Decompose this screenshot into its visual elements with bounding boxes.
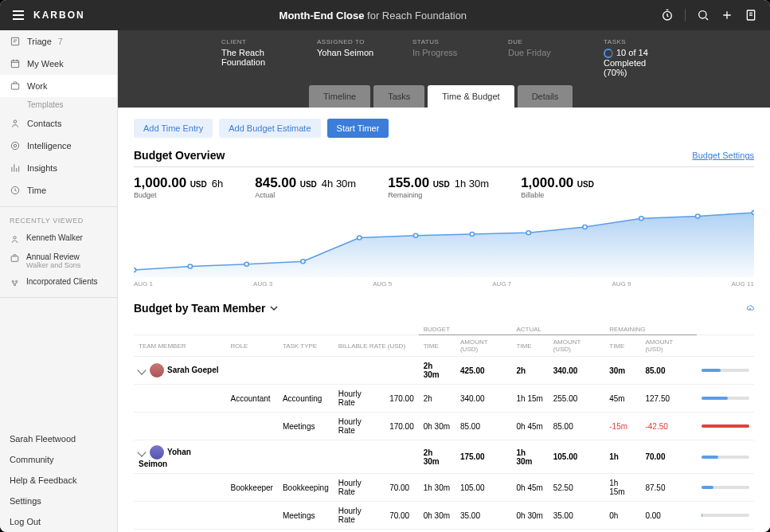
chevron-down-icon	[270, 304, 278, 312]
svg-point-18	[301, 260, 305, 264]
tab-time---budget[interactable]: Time & Budget	[428, 85, 514, 108]
svg-point-17	[244, 262, 248, 266]
svg-point-23	[583, 225, 587, 229]
main: CLIENTThe Reach Foundation ASSIGNED TOYo…	[118, 30, 770, 532]
svg-point-16	[188, 264, 192, 268]
svg-point-26	[752, 211, 754, 215]
sidebar-item-insights[interactable]: Insights	[0, 157, 117, 179]
recent-item[interactable]: Annual ReviewWalker and Sons	[0, 248, 117, 273]
page-title: Month-End Close for Reach Foundation	[85, 10, 661, 22]
chart-x-label: AUG 1	[134, 280, 153, 288]
team-row-detail: MeetingsHourly Rate70.000h 30m35.000h 30…	[134, 502, 754, 530]
stat-remaining: 155.00 USD1h 30mRemaining	[388, 175, 489, 199]
tab-details[interactable]: Details	[518, 85, 573, 108]
menu-icon[interactable]	[13, 10, 24, 20]
brand-logo: KARBON	[33, 10, 85, 21]
work-header: CLIENTThe Reach Foundation ASSIGNED TOYo…	[118, 30, 770, 108]
sidebar-item-my-week[interactable]: My Week	[0, 53, 117, 75]
budget-chart	[134, 205, 754, 277]
svg-point-20	[413, 233, 417, 237]
team-table: BUDGET ACTUAL REMAINING TEAM MEMBER ROLE…	[134, 323, 754, 532]
add-budget-button[interactable]: Add Budget Estimate	[219, 119, 320, 138]
search-icon[interactable]	[697, 9, 709, 22]
team-row-person[interactable]: Sarah Goepel2h 30m425.002h340.0030m85.00	[134, 357, 754, 385]
client-name: The Reach Foundation	[221, 48, 285, 67]
add-icon[interactable]	[721, 9, 733, 22]
footer-link-help---feedback[interactable]: Help & Feedback	[0, 470, 117, 491]
notes-icon[interactable]	[745, 9, 757, 22]
svg-point-24	[639, 217, 643, 221]
svg-point-10	[14, 237, 16, 239]
svg-point-8	[14, 144, 17, 147]
team-row-detail: BookkeeperBookkeepingHourly Rate70.001h …	[134, 474, 754, 502]
recent-header: RECENTLY VIEWED	[0, 212, 117, 229]
app-root: KARBON Month-End Close for Reach Foundat…	[0, 0, 770, 532]
stat-billable: 1,000.00 USDBillable	[521, 175, 599, 199]
svg-point-13	[16, 280, 18, 282]
svg-point-21	[470, 233, 474, 237]
chevron-down-icon	[137, 366, 146, 374]
assigned-to: Yohan Seimon	[317, 48, 381, 57]
status-value: In Progress	[412, 48, 476, 57]
footer-link-settings[interactable]: Settings	[0, 491, 117, 511]
svg-rect-5	[11, 84, 18, 89]
footer-link-community[interactable]: Community	[0, 449, 117, 470]
svg-rect-3	[11, 37, 18, 45]
svg-point-25	[695, 214, 699, 218]
recent-item[interactable]: Kenneth Walker	[0, 229, 117, 248]
add-time-button[interactable]: Add Time Entry	[134, 119, 213, 138]
due-value: Due Friday	[508, 48, 572, 57]
sidebar-item-work[interactable]: Work	[0, 75, 117, 97]
tab-timeline[interactable]: Timeline	[309, 85, 370, 108]
avatar	[150, 363, 164, 377]
svg-point-12	[12, 280, 14, 282]
chevron-down-icon	[137, 448, 146, 456]
avatar	[150, 445, 164, 460]
overview-title: Budget Overview	[134, 149, 225, 162]
svg-point-22	[526, 231, 530, 235]
sidebar-item-contacts[interactable]: Contacts	[0, 112, 117, 135]
chart-x-label: AUG 5	[373, 280, 392, 288]
team-section-title[interactable]: Budget by Team Member	[134, 302, 754, 315]
sidebar-item-time[interactable]: Time	[0, 179, 117, 201]
svg-point-7	[11, 142, 18, 149]
team-row-detail: MeetingsHourly Rate170.000h 30m85.000h 4…	[134, 413, 754, 440]
team-row-detail: AccountantAccountingHourly Rate170.002h3…	[134, 385, 754, 413]
svg-point-15	[134, 268, 136, 272]
topbar: KARBON Month-End Close for Reach Foundat…	[0, 0, 770, 30]
tasks-progress: 10 of 14 Completed (70%)	[604, 48, 667, 77]
budget-settings-link[interactable]: Budget Settings	[692, 151, 754, 160]
svg-point-6	[14, 120, 17, 123]
content: Add Time Entry Add Budget Estimate Start…	[118, 108, 770, 532]
footer-link-sarah-fleetwood[interactable]: Sarah Fleetwood	[0, 428, 117, 449]
sidebar-item-triage[interactable]: Triage7	[0, 30, 117, 53]
svg-rect-4	[11, 61, 18, 68]
sidebar-item-intelligence[interactable]: Intelligence	[0, 135, 117, 157]
chart-x-label: AUG 7	[492, 280, 511, 288]
svg-rect-11	[11, 256, 18, 262]
svg-point-19	[358, 236, 362, 240]
footer-link-log-out[interactable]: Log Out	[0, 511, 117, 532]
svg-point-1	[699, 11, 706, 18]
chart-x-label: AUG 3	[253, 280, 272, 288]
team-row-person[interactable]: Yohan Seimon2h 30m175.001h 30m105.001h70…	[134, 440, 754, 474]
team-row-detail: ReviewHourly Rate70.000h 30m35.000h 15m1…	[134, 530, 754, 532]
sidebar: Triage7My WeekWorkTemplatesContactsIntel…	[0, 30, 118, 532]
sidebar-sub[interactable]: Templates	[0, 97, 117, 112]
timer-icon[interactable]	[661, 9, 674, 22]
download-icon[interactable]	[746, 304, 754, 312]
stat-budget: 1,000.00 USD6hBudget	[134, 175, 223, 199]
tab-tasks[interactable]: Tasks	[373, 85, 424, 108]
stat-actual: 845.00 USD4h 30mActual	[255, 175, 356, 199]
start-timer-button[interactable]: Start Timer	[327, 119, 389, 138]
chart-x-label: AUG 11	[731, 280, 753, 288]
recent-item[interactable]: Incorporated Clients	[0, 273, 117, 292]
chart-x-label: AUG 9	[612, 280, 631, 288]
